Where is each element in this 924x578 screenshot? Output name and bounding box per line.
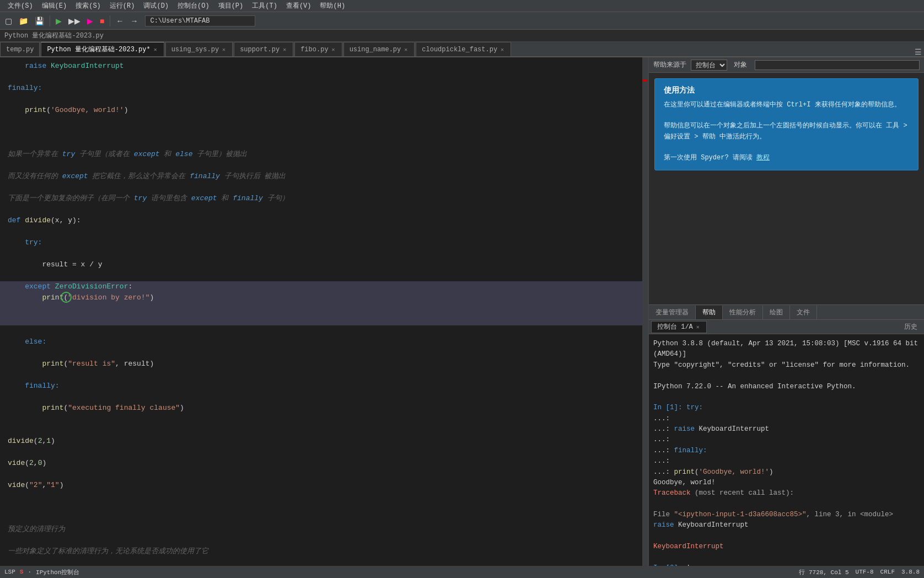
tooltip-line3: 第一次使用 Spyder? 请阅读 教程 (664, 153, 909, 163)
status-left: LSP S · IPython控制台 (4, 568, 79, 576)
tooltip-line2: 帮助信息可以在一个对象之后加上一个左圆括号的时候自动显示。你可以在 工具 > 偏… (664, 121, 909, 142)
tab-using-sys-label: using_sys.py (171, 46, 219, 53)
help-object-input[interactable] (755, 60, 920, 70)
editor-content: raise KeyboardInterrupt finally: print('… (0, 57, 642, 560)
console-tab-1[interactable]: 控制台 1/A ✕ (651, 321, 707, 333)
code-line-blank1 (0, 72, 642, 83)
menu-file[interactable]: 文件(S) (3, 0, 37, 12)
tab-using-name[interactable]: using_name.py ✕ (343, 42, 415, 56)
status-encoding[interactable]: UTF-8 (856, 569, 874, 575)
prev-btn[interactable]: ← (113, 15, 126, 26)
tab-main-close[interactable]: ✕ (153, 46, 158, 53)
editor-scroll-area[interactable]: raise KeyboardInterrupt finally: print('… (0, 57, 642, 566)
console-goodbye: Goodbye, world! (653, 478, 920, 488)
code-line-blank19 (0, 469, 642, 480)
tooltip-line1: 在这里你可以通过在编辑器或者终端中按 Ctrl+I 来获得任何对象的帮助信息。 (664, 100, 909, 110)
menu-debug[interactable]: 调试(D) (139, 0, 173, 12)
console-ipython-version: IPython 7.22.0 -- An enhanced Interactiv… (653, 382, 920, 392)
code-line-blank7 (0, 182, 642, 193)
next-btn[interactable]: → (127, 15, 141, 26)
code-line-zh5: 一些对象定义了标准的清理行为，无论系统是否成功的使用了它 (0, 546, 642, 557)
run-cell-btn[interactable]: ▶▶ (66, 15, 83, 26)
error-mark (643, 79, 647, 82)
code-line-zh3: 下面是一个更加复杂的例子（在同一个 try 语句里包含 except 和 fin… (0, 193, 642, 204)
status-eol[interactable]: CRLF (880, 569, 895, 575)
code-line-except: except ZeroDivisionError: (0, 281, 642, 292)
console-keyboard-interrupt: KeyboardInterrupt (653, 542, 920, 552)
statusbar: LSP S · IPython控制台 行 7728, Col 5 UTF-8 C… (0, 566, 924, 578)
history-btn[interactable]: 历史 (900, 322, 922, 331)
tab-support[interactable]: support.py ✕ (234, 42, 293, 56)
console-raise2: raise KeyboardInterrupt (653, 520, 920, 531)
tab-profiler[interactable]: 性能分析 (723, 306, 763, 319)
tab-using-sys[interactable]: using_sys.py ✕ (165, 42, 233, 56)
tab-help[interactable]: 帮助 (696, 306, 723, 319)
help-source-dropdown[interactable]: 控制台 (691, 60, 727, 71)
code-line-blank16 (0, 414, 642, 425)
status-spyder-icon: S (20, 569, 24, 575)
tab-plots[interactable]: 绘图 (763, 306, 790, 319)
status-python-version: 3.8.8 (901, 569, 920, 575)
menu-project[interactable]: 项目(P) (214, 0, 248, 12)
tab-fibo-close[interactable]: ✕ (331, 46, 336, 53)
tab-fibo[interactable]: fibo.py ✕ (294, 42, 342, 56)
stop-btn[interactable]: ■ (97, 15, 107, 26)
help-object-label: 对象 (734, 60, 747, 69)
code-line-blank2 (0, 94, 642, 105)
console-tab-close[interactable]: ✕ (695, 324, 701, 330)
code-line-raise: raise KeyboardInterrupt (0, 61, 642, 72)
status-lsp: LSP (4, 569, 15, 575)
menu-console[interactable]: 控制台(O) (173, 0, 214, 12)
tab-files[interactable]: 文件 (790, 306, 817, 319)
code-line-zh4: 预定义的清理行为 (0, 524, 642, 535)
menu-view[interactable]: 查看(V) (282, 0, 316, 12)
tab-menu-btn[interactable]: ☰ (912, 47, 924, 56)
status-interpreter[interactable]: IPython控制台 (36, 568, 79, 576)
tab-temp[interactable]: temp.py (0, 42, 40, 56)
menu-edit[interactable]: 编辑(E) (37, 0, 72, 12)
new-file-btn[interactable]: ▢ (2, 15, 15, 26)
console-traceback-line: Traceback (most recent call last): (653, 488, 920, 499)
menu-tools[interactable]: 工具(T) (248, 0, 282, 12)
code-line-divzero: print("division by zero!") (0, 292, 642, 325)
tab-support-close[interactable]: ✕ (282, 46, 287, 53)
tab-var-manager[interactable]: 变量管理器 (649, 306, 696, 319)
console-python-version: Python 3.8.8 (default, Apr 13 2021, 15:0… (653, 339, 920, 360)
tab-cloudpickle-label: cloudpickle_fast.py (422, 46, 497, 53)
menu-search[interactable]: 搜索(S) (71, 0, 105, 12)
open-file-btn[interactable]: 📁 (16, 15, 31, 26)
menu-run[interactable]: 运行(R) (105, 0, 139, 12)
console-raise: ...: raise KeyboardInterrupt (653, 424, 920, 435)
tutorial-link[interactable]: 教程 (756, 154, 770, 162)
code-line-blank21 (0, 502, 642, 513)
tab-cloudpickle-close[interactable]: ✕ (499, 46, 505, 53)
code-line-blank4 (0, 127, 642, 138)
console-pane[interactable]: Python 3.8.8 (default, Apr 13 2021, 15:0… (649, 334, 924, 566)
code-line-goodbye: print('Goodbye, world!') (0, 105, 642, 116)
main-layout: raise KeyboardInterrupt finally: print('… (0, 57, 924, 566)
code-line-finally2: finally: (0, 381, 642, 392)
tooltip-box: 使用方法 在这里你可以通过在编辑器或者终端中按 Ctrl+I 来获得任何对象的帮… (654, 78, 918, 170)
tab-using-sys-close[interactable]: ✕ (221, 46, 227, 53)
tab-support-label: support.py (240, 46, 280, 53)
code-line-zh1: 如果一个异常在 try 子句里（或者在 except 和 else 子句里）被抛… (0, 149, 642, 160)
code-line-blank12 (0, 325, 642, 336)
console-file-line: File "<ipython-input-1-d3a6608acc85>", l… (653, 510, 920, 520)
tab-using-name-close[interactable]: ✕ (403, 46, 409, 53)
menu-help[interactable]: 帮助(H) (315, 0, 350, 12)
code-line-blank14 (0, 370, 642, 381)
code-line-call1: divide(2,1) (0, 436, 642, 447)
tab-cloudpickle[interactable]: cloudpickle_fast.py ✕ (416, 42, 511, 56)
tab-fibo-label: fibo.py (300, 46, 328, 53)
code-line-blank8 (0, 204, 642, 215)
console-dots1: ...: (653, 414, 920, 424)
code-line-executing: print("executing finally clause") (0, 403, 642, 414)
tab-main[interactable]: Python 量化编程基础-2023.py* ✕ (41, 42, 164, 56)
debug-btn[interactable]: ▶ (84, 15, 96, 26)
console-cursor[interactable] (686, 564, 691, 566)
console-in1: In [1]: try: (653, 403, 920, 413)
save-file-btn[interactable]: 💾 (32, 15, 47, 26)
code-line-try: try: (0, 237, 642, 248)
editor-error-bar (642, 57, 648, 566)
run-btn[interactable]: ▶ (53, 15, 65, 26)
